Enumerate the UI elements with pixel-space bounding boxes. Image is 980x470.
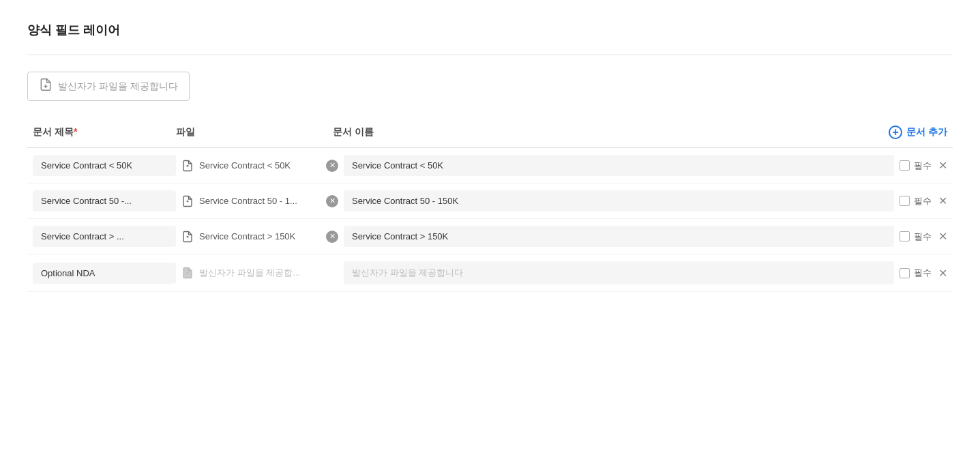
row2-delete-button[interactable]: ✕ xyxy=(938,194,947,207)
page-title: 양식 필드 레이어 xyxy=(27,22,953,38)
row4-required-checkbox[interactable]: 필수 xyxy=(900,267,932,279)
row3-file-cell: Service Contract > 150K ✕ xyxy=(181,230,338,244)
upload-icon xyxy=(39,78,53,95)
row2-checkbox[interactable] xyxy=(900,196,910,206)
row3-actions: 필수 ✕ xyxy=(900,230,947,243)
file-upload-button[interactable]: 발신자가 파일을 제공합니다 xyxy=(27,72,190,101)
row3-delete-button[interactable]: ✕ xyxy=(938,230,947,243)
title-divider xyxy=(27,55,953,55)
row4-delete-button[interactable]: ✕ xyxy=(938,267,947,280)
row1-checkbox[interactable] xyxy=(900,160,910,171)
row3-remove-file-button[interactable]: ✕ xyxy=(326,231,338,243)
row4-actions: 필수 ✕ xyxy=(900,267,947,280)
row2-required-checkbox[interactable]: 필수 xyxy=(900,195,932,207)
row2-actions: 필수 ✕ xyxy=(900,194,947,207)
row4-checkbox[interactable] xyxy=(900,268,910,278)
row1-file-name: Service Contract < 50K xyxy=(199,160,322,171)
row2-doc-name[interactable]: Service Contract 50 - 150K xyxy=(344,190,894,211)
table-row: Service Contract 50 -... Service Contrac… xyxy=(27,183,953,219)
table-header: 문서 제목* 파일 문서 이름 + 문서 추가 xyxy=(27,117,953,148)
row4-file-name: 발신자가 파일을 제공합... xyxy=(199,267,338,279)
row3-doc-name[interactable]: Service Contract > 150K xyxy=(344,226,894,247)
row1-title: Service Contract < 50K xyxy=(33,155,176,176)
row1-required-label: 필수 xyxy=(914,160,932,172)
row1-remove-file-button[interactable]: ✕ xyxy=(326,160,338,172)
row3-required-label: 필수 xyxy=(914,231,932,243)
row4-title: Optional NDA xyxy=(33,263,176,284)
row1-required-checkbox[interactable]: 필수 xyxy=(900,160,932,172)
row2-title: Service Contract 50 -... xyxy=(33,190,176,211)
file-icon xyxy=(181,194,195,208)
row1-doc-name[interactable]: Service Contract < 50K xyxy=(344,155,894,176)
row4-file-cell: 발신자가 파일을 제공합... xyxy=(181,266,338,280)
add-document-button[interactable]: + 문서 추가 xyxy=(889,126,947,139)
row3-required-checkbox[interactable]: 필수 xyxy=(900,231,932,243)
required-star: * xyxy=(74,126,77,137)
row2-required-label: 필수 xyxy=(914,195,932,207)
add-doc-label: 문서 추가 xyxy=(906,126,947,138)
row4-doc-name-placeholder[interactable]: 발신자가 파일을 제공합니다 xyxy=(344,261,894,284)
row3-title: Service Contract > ... xyxy=(33,226,176,247)
row2-file-name: Service Contract 50 - 1... xyxy=(199,196,322,206)
file-icon xyxy=(181,159,195,173)
table-row: Optional NDA 발신자가 파일을 제공합... 발신자가 파일을 제공… xyxy=(27,254,953,292)
row3-checkbox[interactable] xyxy=(900,231,910,241)
row3-file-name: Service Contract > 150K xyxy=(199,231,322,241)
row2-remove-file-button[interactable]: ✕ xyxy=(326,195,338,207)
table-row: Service Contract < 50K Service Contract … xyxy=(27,148,953,183)
row4-required-label: 필수 xyxy=(914,267,932,279)
row1-delete-button[interactable]: ✕ xyxy=(938,159,947,172)
file-icon xyxy=(181,266,195,280)
col-title-header: 문서 제목* xyxy=(33,126,176,138)
row1-actions: 필수 ✕ xyxy=(900,159,947,172)
row1-file-cell: Service Contract < 50K ✕ xyxy=(181,159,338,173)
col-file-header: 파일 xyxy=(176,126,333,138)
row2-file-cell: Service Contract 50 - 1... ✕ xyxy=(181,194,338,208)
table-row: Service Contract > ... Service Contract … xyxy=(27,219,953,254)
main-container: 양식 필드 레이어 발신자가 파일을 제공합니다 문서 제목* 파일 문서 이름… xyxy=(0,0,980,314)
circle-plus-icon: + xyxy=(889,126,902,139)
upload-placeholder-text: 발신자가 파일을 제공합니다 xyxy=(58,80,178,93)
col-docname-header: 문서 이름 xyxy=(333,126,889,138)
file-icon xyxy=(181,230,195,244)
